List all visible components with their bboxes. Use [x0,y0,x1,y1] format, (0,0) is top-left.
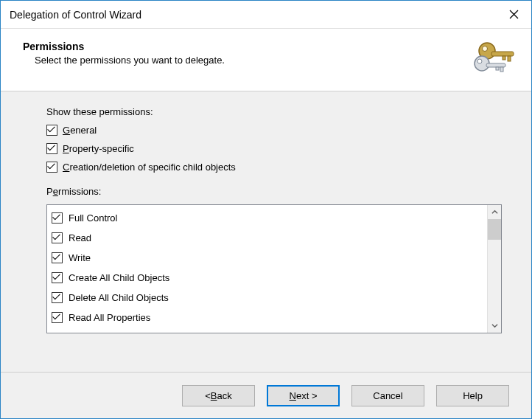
help-button[interactable]: Help [436,385,509,406]
svg-rect-6 [503,56,505,60]
permission-item[interactable]: Create All Child Objects [52,268,483,288]
close-icon [509,10,519,19]
wizard-content: Show these permissions: GeneralProperty-… [1,91,531,373]
checkbox-icon [46,162,57,173]
permissions-listbox[interactable]: Full ControlReadWriteCreate All Child Ob… [46,204,502,333]
wizard-window: Delegation of Control Wizard Permissions… [0,0,532,419]
svg-rect-11 [496,67,499,70]
cancel-button[interactable]: Cancel [351,385,424,406]
show-permission-checkbox[interactable]: Creation/deletion of specific child obje… [46,162,502,173]
next-button[interactable]: Next > [267,385,340,406]
checkbox-icon [52,292,63,303]
permissions-list-inner: Full ControlReadWriteCreate All Child Ob… [47,205,487,333]
permission-label: Read [69,232,91,243]
permission-item[interactable]: Full Control [52,208,483,228]
checkbox-label: Property-specific [63,143,134,154]
svg-rect-5 [508,56,511,61]
scroll-up-button[interactable] [488,205,501,219]
keys-icon [472,39,518,79]
checkbox-icon [52,212,63,224]
permission-item[interactable]: Write [52,248,483,268]
checkbox-icon [46,125,57,136]
checkbox-icon [52,272,63,283]
permission-item[interactable]: Read [52,228,483,248]
permission-label: Write [69,252,91,263]
permission-label: Create All Child Objects [69,272,169,283]
page-subtitle: Select the permissions you want to deleg… [35,55,225,66]
svg-rect-4 [491,52,514,56]
show-permissions-group: GeneralProperty-specificCreation/deletio… [46,125,502,173]
wizard-footer: < Back Next > Cancel Help [1,373,531,418]
scroll-track[interactable] [488,219,501,319]
permission-label: Read All Properties [69,312,150,323]
permission-label: Full Control [69,212,117,224]
chevron-up-icon [491,209,498,215]
close-button[interactable] [496,1,531,28]
permission-item[interactable]: Read All Properties [52,308,483,328]
svg-rect-10 [500,67,503,72]
scroll-thumb[interactable] [488,219,501,240]
wizard-header: Permissions Select the permissions you w… [1,29,531,91]
scrollbar[interactable] [487,205,501,333]
checkbox-icon [46,143,57,154]
titlebar: Delegation of Control Wizard [1,1,531,29]
show-permissions-label: Show these permissions: [46,106,502,117]
permissions-label: Permissions: [46,186,502,197]
show-permission-checkbox[interactable]: Property-specific [46,143,502,154]
window-title: Delegation of Control Wizard [10,9,141,21]
svg-point-8 [477,59,482,63]
permission-item[interactable]: Delete All Child Objects [52,288,483,308]
scroll-down-button[interactable] [488,319,501,333]
svg-rect-9 [486,63,505,67]
checkbox-icon [52,312,63,323]
show-permission-checkbox[interactable]: General [46,125,502,136]
checkbox-icon [52,252,63,263]
back-button[interactable]: < Back [182,385,255,406]
checkbox-icon [52,232,63,243]
permission-label: Delete All Child Objects [69,292,169,303]
page-title: Permissions [23,41,225,52]
chevron-down-icon [491,322,498,329]
svg-point-3 [483,46,488,52]
checkbox-label: General [63,125,97,136]
checkbox-label: Creation/deletion of specific child obje… [63,162,236,173]
